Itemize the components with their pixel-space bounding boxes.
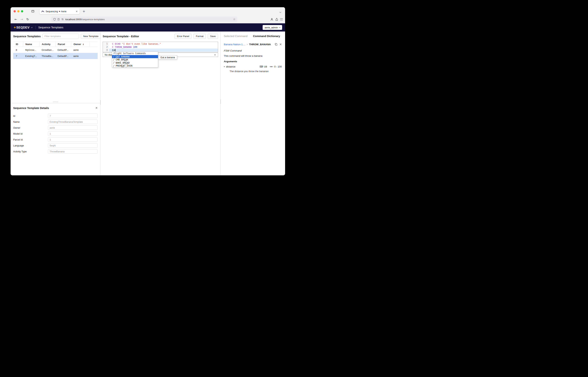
field-row-parcel-id: Parcel Id [13, 137, 98, 142]
details-close-icon[interactable]: × [95, 106, 98, 109]
code-line-3: EA [109, 48, 218, 52]
back-button[interactable]: ← [13, 16, 19, 22]
field-label: Owner [13, 126, 48, 129]
field-row-name: Name [13, 119, 98, 125]
command-panel-tabs: Selected Command Command Dictionary [221, 32, 285, 41]
new-template-button[interactable]: New Template [81, 34, 101, 39]
range-badge: ⇥⇤ 0 - 100 [269, 65, 282, 68]
argument-type: U8 [264, 65, 267, 68]
close-window-button[interactable] [13, 10, 16, 12]
cell-owner: aerie [71, 55, 89, 58]
field-label: Id [13, 115, 48, 117]
text-cursor [115, 49, 115, 51]
horizontal-resize-handle[interactable] [53, 102, 58, 102]
function-icon: ƒ [113, 55, 116, 58]
user-menu-button[interactable]: aerie_admin [263, 25, 282, 30]
code-line-2: CTHROW_BANANA100 [109, 45, 218, 48]
logo-chevron-down-icon [31, 26, 33, 28]
aerie-favicon-icon [41, 10, 44, 13]
editor-buttons: Error Panel Format Save [175, 34, 218, 39]
tab-command-dictionary[interactable]: Command Dictionary [253, 35, 280, 38]
argument-distance-row[interactable]: ▾ distance ⌨ U8 ⇥⇤ 0 - 100 [224, 65, 282, 68]
firefox-view-icon[interactable] [31, 10, 34, 13]
vertical-resize-handle-left[interactable] [100, 100, 101, 104]
templates-table-section: Sequence Templates New Template ID Name … [11, 32, 100, 103]
model-id-field [48, 131, 98, 136]
code-editor[interactable]: 1 2 3 CECHO"I don't even like bananas." … [103, 42, 218, 52]
command-close-icon[interactable]: × [279, 43, 282, 46]
field-row-id: Id [13, 113, 98, 119]
line-number: 3 [103, 48, 109, 52]
cell-activity: ThrowBa... [39, 55, 55, 58]
bookmark-star-icon[interactable]: ☆ [233, 18, 236, 21]
forward-button[interactable]: → [19, 16, 25, 22]
breadcrumb-dictionary-link[interactable]: Banana Nation-1.... [224, 43, 245, 46]
autocomplete-item-eat-banana[interactable]: ƒ EAT_BANANA [112, 55, 158, 58]
tab-close-icon[interactable]: × [75, 10, 78, 12]
templates-table-header: ID Name Activity Parcel Owner↓ [13, 42, 98, 47]
column-header-spacer [89, 42, 98, 47]
menu-hamburger-icon[interactable] [280, 18, 283, 20]
autocomplete-item-preheat-oven[interactable]: ƒ PREHEAT_OVEN [112, 64, 158, 68]
copy-icon[interactable] [275, 43, 277, 46]
cell-id: 7 [13, 55, 23, 58]
tab-selected-command[interactable]: Selected Command [224, 35, 247, 38]
editor-panel-title: Sequence Template - Editor [103, 35, 139, 38]
table-row-selected[interactable]: 7 ExistingT... ThrowBa... DefaultP... ae… [13, 53, 98, 59]
tab-sequencing-aerie[interactable]: Sequencing ✦ Aerie × [39, 8, 80, 14]
save-button[interactable]: Save [208, 34, 218, 39]
line-number: 2 [103, 45, 109, 48]
cell-activity: GrowBan... [39, 48, 55, 51]
tab-overflow-chevron-icon[interactable] [280, 10, 281, 13]
page-info-icon[interactable] [57, 18, 60, 21]
field-label: Parcel Id [13, 138, 48, 141]
window-controls [13, 10, 23, 12]
vertical-resize-handle-center[interactable] [220, 100, 221, 104]
table-row[interactable]: 8 MyGrow... GrowBan... DefaultP... aerie [13, 47, 98, 53]
url-bar[interactable]: localhost:3000/sequence-templates ☆ [51, 16, 238, 22]
column-header-id[interactable]: ID [13, 42, 23, 47]
cell-name: ExistingT... [23, 55, 39, 58]
editor-panel-header: Sequence Template - Editor Error Panel F… [100, 32, 220, 41]
toolbar-right [270, 18, 283, 21]
owner-field [48, 126, 98, 130]
details-panel-header: Sequence Template Details × [11, 103, 100, 113]
new-tab-button[interactable]: + [83, 10, 85, 13]
logo-text: SEQDEV [16, 26, 29, 29]
code-area[interactable]: CECHO"I don't even like bananas." CTHROW… [109, 42, 218, 52]
command-dictionary-panel: Selected Command Command Dictionary Bana… [221, 32, 285, 175]
autocomplete-header: Flight Software Commands [112, 52, 158, 55]
zoom-window-button[interactable] [21, 10, 23, 12]
filter-templates-input[interactable] [42, 34, 79, 39]
field-label: Model Id [13, 132, 48, 135]
seqdev-logo-menu[interactable]: SEQDEV [13, 26, 33, 29]
command-panel-body: Banana Nation-1.... › THROW_BANANA × FSW… [221, 42, 285, 73]
cell-parcel: DefaultP... [55, 55, 71, 58]
logo-star-icon [13, 26, 16, 29]
account-icon[interactable] [270, 18, 273, 21]
column-header-owner[interactable]: Owner↓ [71, 42, 89, 47]
command-type: FSW Command [224, 49, 282, 52]
editor-panel: Sequence Template - Editor Error Panel F… [100, 32, 221, 175]
sort-desc-icon: ↓ [82, 43, 84, 46]
header-page-title: Sequence Templates [38, 26, 63, 29]
autocomplete-dropdown: Flight Software Commands ƒ EAT_BANANA ƒ … [112, 51, 158, 68]
format-button[interactable]: Format [193, 34, 206, 39]
diagnostics-close-icon[interactable]: × [214, 54, 216, 56]
argument-badges: ⌨ U8 ⇥⇤ 0 - 100 [260, 65, 282, 68]
column-header-activity[interactable]: Activity [39, 42, 55, 47]
minimize-window-button[interactable] [17, 10, 20, 12]
breadcrumb: Banana Nation-1.... › THROW_BANANA × [224, 42, 282, 47]
error-panel-button[interactable]: Error Panel [175, 34, 191, 39]
site-permissions-icon[interactable] [61, 18, 64, 21]
share-icon[interactable] [275, 18, 278, 21]
column-header-name[interactable]: Name [23, 42, 39, 47]
autocomplete-item-bake-bread[interactable]: ƒ BAKE_BREAD [112, 61, 158, 64]
tracking-protection-shield-icon[interactable] [53, 18, 56, 21]
column-header-parcel[interactable]: Parcel [55, 42, 71, 47]
tab-bar: Sequencing ✦ Aerie × + [11, 7, 285, 15]
line-number-gutter: 1 2 3 [103, 42, 109, 52]
autocomplete-item-cmd-break[interactable]: ƒ CMD_BREAK [112, 58, 158, 61]
navigation-bar: ← → ↻ localhost:3000/sequence-templates … [11, 15, 285, 23]
reload-button[interactable]: ↻ [25, 16, 31, 22]
